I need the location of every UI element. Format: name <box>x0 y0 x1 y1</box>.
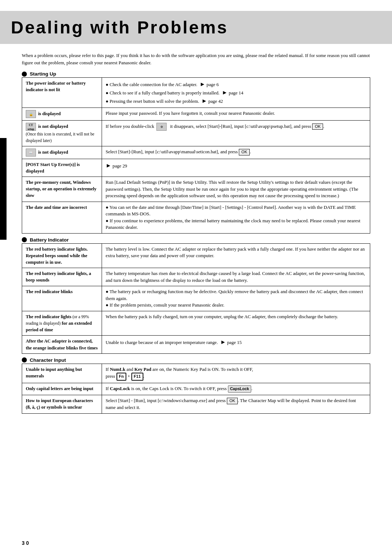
section-battery-label: Battery Indicator <box>30 237 69 243</box>
page-number: 3 0 <box>22 540 29 546</box>
problem-cell: The red battery indicator lights, a beep… <box>22 268 102 286</box>
bullet-icon <box>22 237 27 242</box>
table-row: [POST Start Up Error(s)] is displayed ► … <box>22 159 370 177</box>
fn-key: Fn <box>117 373 126 381</box>
table-row: CTsetup is not displayed (Once this icon… <box>22 120 370 146</box>
problem-cell: Unable to input anything but numerals <box>22 364 102 383</box>
f11-key: F11 <box>131 373 143 381</box>
solution-cell: Select [Start] - [Run], input [c:\window… <box>102 395 370 413</box>
problem-cell: The red battery indicator lights.Repeate… <box>22 243 102 268</box>
problem-cell: Only capital letters are being input <box>22 383 102 395</box>
page: Dealing with Problems When a problem occ… <box>0 0 392 555</box>
section-starting-up: Starting Up <box>22 71 370 77</box>
ok-button-img: OK <box>227 398 238 404</box>
table-row: After the AC adapter is connected, the o… <box>22 336 370 353</box>
solution-cell: ● You can set the date and time through … <box>102 202 370 233</box>
solution-cell: The battery level is low. Connect the AC… <box>102 243 370 268</box>
problem-cell: The date and time are incorrect <box>22 202 102 233</box>
problem-cell: The red indicator lights (or a 99% readi… <box>22 311 102 336</box>
ok-button-img: OK <box>239 149 250 155</box>
problem-cell: The power indicator or battery indicator… <box>22 78 102 108</box>
section-starting-up-label: Starting Up <box>30 71 56 77</box>
problem-cell: The pre-memory count, Windows startup, o… <box>22 177 102 202</box>
arrow-ref: ► <box>200 81 205 87</box>
solution-cell: When the battery pack is fully charged, … <box>102 311 370 336</box>
arrow-ref: ► <box>201 98 207 104</box>
password-icon: 🔒 <box>26 110 36 118</box>
solution-cell: Unable to charge because of an improper … <box>102 336 370 353</box>
bullet-icon <box>22 72 27 77</box>
solution-cell: ● Check the cable connection for the AC … <box>102 78 370 108</box>
table-row: The power indicator or battery indicator… <box>22 78 370 108</box>
table-row: 📖 is not displayed Select [Start]-[Run],… <box>22 146 370 159</box>
setup-icon: ⚙ <box>156 123 167 131</box>
problem-cell: How to input European characters (ß, à, … <box>22 395 102 413</box>
solution-cell: ● The battery pack or recharging functio… <box>102 286 370 311</box>
arrow-ref: ► <box>106 162 111 169</box>
solution-cell: If before you double-click ⚙ it disappea… <box>102 120 370 146</box>
problem-cell: 🔒 is displayed <box>22 108 102 120</box>
ok-button-img: OK <box>312 123 323 130</box>
problem-cell: 📖 is not displayed <box>22 146 102 159</box>
table-row: Only capital letters are being input If … <box>22 383 370 395</box>
problem-cell: The red indicator blinks <box>22 286 102 311</box>
section-character-label: Character Input <box>30 357 66 363</box>
ct-icon: CTsetup <box>26 123 36 131</box>
table-row: The pre-memory count, Windows startup, o… <box>22 177 370 202</box>
intro-paragraph: When a problem occurs, please refer to t… <box>22 52 370 66</box>
capslock-key: CapsLock <box>228 385 252 393</box>
arrow-ref: ► <box>220 339 226 345</box>
solution-cell: ► page 29 <box>102 159 370 177</box>
table-row: The date and time are incorrect ● You ca… <box>22 202 370 233</box>
solution-cell: The battery temperature has risen due to… <box>102 268 370 286</box>
solution-cell: If CapsLock is on, the Caps Lock is ON. … <box>102 383 370 395</box>
guide-icon: 📖 <box>26 149 36 157</box>
problem-cell: After the AC adapter is connected, the o… <box>22 336 102 353</box>
arrow-ref: ► <box>222 89 228 96</box>
character-input-table: Unable to input anything but numerals If… <box>22 364 370 414</box>
battery-table: The red battery indicator lights.Repeate… <box>22 243 370 354</box>
starting-up-table: The power indicator or battery indicator… <box>22 77 370 234</box>
solution-cell: Run [Load Default Settings (PnP)] in the… <box>102 177 370 202</box>
bullet-icon <box>22 357 27 362</box>
problem-cell: CTsetup is not displayed (Once this icon… <box>22 120 102 146</box>
solution-cell: Please input your password. If you have … <box>102 108 370 120</box>
solution-cell: Select [Start]-[Run], input [c:\util\ava… <box>102 146 370 159</box>
table-row: The red battery indicator lights.Repeate… <box>22 243 370 268</box>
table-row: Unable to input anything but numerals If… <box>22 364 370 383</box>
table-row: 🔒 is displayed Please input your passwor… <box>22 108 370 120</box>
table-row: The red battery indicator lights, a beep… <box>22 268 370 286</box>
section-character-input: Character Input <box>22 357 370 363</box>
table-row: The red indicator lights (or a 99% readi… <box>22 311 370 336</box>
solution-cell: If NumLk and Key Pad are on, the Numeric… <box>102 364 370 383</box>
page-title: Dealing with Problems <box>0 11 392 44</box>
table-row: The red indicator blinks ● The battery p… <box>22 286 370 311</box>
table-row: How to input European characters (ß, à, … <box>22 395 370 413</box>
problem-cell: [POST Start Up Error(s)] is displayed <box>22 159 102 177</box>
section-battery-indicator: Battery Indicator <box>22 237 370 243</box>
